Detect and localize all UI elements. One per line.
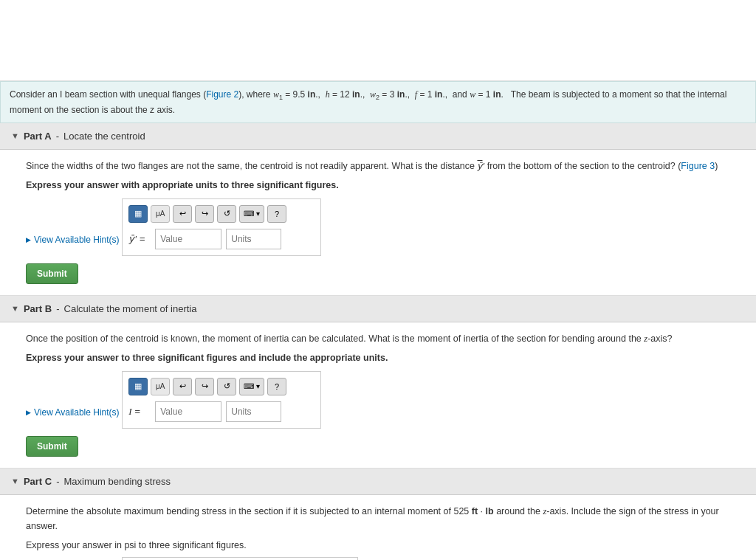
part-c-label: Part C <box>24 476 52 487</box>
part-c-arrow: ▼ <box>11 477 19 485</box>
part-b-refresh-btn[interactable]: ↺ <box>217 378 236 395</box>
part-a-undo-btn[interactable]: ↩ <box>173 205 192 223</box>
part-b-dash: - <box>56 303 59 314</box>
part-a-instruction: Express your answer with appropriate uni… <box>26 178 730 193</box>
part-b-input-label: I = <box>128 406 151 418</box>
part-c-answer-box: ▦ μA ↩ ↪ <box>122 557 358 560</box>
part-b-answer-box: ▦ μA ↩ ↪ ↺ ⌨ ▾ ? <box>122 371 321 429</box>
part-b-redo-btn[interactable]: ↪ <box>195 378 214 395</box>
part-a-hint[interactable]: View Available Hint(s) <box>26 235 120 245</box>
part-c-description: Determine the absolute maximum bending s… <box>26 504 730 533</box>
part-a-input-label: ȳ′ = <box>128 233 151 245</box>
part-b-mu-icon: μA <box>156 382 165 390</box>
refresh-icon: ↺ <box>224 209 230 218</box>
problem-statement: Consider an I beam section with unequal … <box>0 81 756 123</box>
part-b-undo-icon: ↩ <box>179 381 186 391</box>
part-c-content: Determine the absolute maximum bending s… <box>0 495 756 560</box>
part-a-toolbar: ▦ μA ↩ ↪ ↺ ⌨ ▾ ? <box>128 205 315 223</box>
part-b-toolbar: ▦ μA ↩ ↪ ↺ ⌨ ▾ ? <box>128 378 315 395</box>
problem-text: Consider an I beam section with unequal … <box>10 89 726 115</box>
part-b-units-input[interactable] <box>226 401 281 422</box>
part-b-keyboard-icon: ⌨ ▾ <box>244 382 260 390</box>
part-b-block-icon: ▦ <box>134 381 142 391</box>
part-b-section: ▼ Part B - Calculate the moment of inert… <box>0 296 756 469</box>
part-a-title: Locate the centroid <box>63 131 145 142</box>
part-b-block-btn[interactable]: ▦ <box>128 378 148 395</box>
part-b-refresh-icon: ↺ <box>224 381 230 391</box>
help-icon: ? <box>275 210 279 218</box>
keyboard-icon: ⌨ ▾ <box>244 210 260 218</box>
part-b-header[interactable]: ▼ Part B - Calculate the moment of inert… <box>0 296 756 322</box>
figure3-link[interactable]: Figure 3 <box>681 161 715 171</box>
part-a-input-row: ȳ′ = <box>128 229 315 249</box>
part-b-input-row: I = <box>128 401 315 422</box>
part-a-dash: - <box>56 131 59 142</box>
part-b-hint[interactable]: View Available Hint(s) <box>26 407 120 418</box>
part-a-mu-btn[interactable]: μA <box>151 205 170 223</box>
part-b-title: Calculate the moment of inertia <box>64 303 197 314</box>
redo-icon: ↪ <box>202 209 208 218</box>
part-a-content: Since the widths of the two flanges are … <box>0 150 756 295</box>
part-b-help-icon: ? <box>275 382 279 391</box>
figure2-link[interactable]: Figure 2 <box>206 89 238 100</box>
part-c-title: Maximum bending stress <box>64 476 171 487</box>
part-a-units-input[interactable] <box>226 229 281 249</box>
top-banner <box>0 0 756 81</box>
part-a-keyboard-btn[interactable]: ⌨ ▾ <box>239 205 264 223</box>
part-a-section: ▼ Part A - Locate the centroid Since the… <box>0 123 756 296</box>
part-a-arrow: ▼ <box>11 131 19 140</box>
part-a-answer-box: ▦ μA ↩ ↪ ↺ ⌨ ▾ ? <box>122 198 321 256</box>
part-b-content: Once the position of the centroid is kno… <box>0 322 756 468</box>
block-icon: ▦ <box>134 209 142 218</box>
part-c-instruction: Express your answer in psi to three sign… <box>26 538 730 553</box>
part-b-label: Part B <box>24 303 52 314</box>
part-a-block-btn[interactable]: ▦ <box>128 205 148 223</box>
part-b-redo-icon: ↪ <box>202 381 208 391</box>
part-a-label: Part A <box>24 131 52 142</box>
part-c-section: ▼ Part C - Maximum bending stress Determ… <box>0 469 756 560</box>
part-a-help-btn[interactable]: ? <box>267 205 286 223</box>
undo-icon: ↩ <box>179 209 186 218</box>
part-b-submit-btn[interactable]: Submit <box>26 436 78 457</box>
part-c-header[interactable]: ▼ Part C - Maximum bending stress <box>0 469 756 495</box>
part-b-value-input[interactable] <box>155 401 221 422</box>
mu-icon: μA <box>156 210 165 218</box>
part-a-description: Since the widths of the two flanges are … <box>26 159 730 173</box>
part-a-redo-btn[interactable]: ↪ <box>195 205 214 223</box>
part-b-description: Once the position of the centroid is kno… <box>26 331 730 346</box>
part-a-refresh-btn[interactable]: ↺ <box>217 205 236 223</box>
part-b-undo-btn[interactable]: ↩ <box>173 378 192 395</box>
part-c-dash: - <box>56 476 59 487</box>
part-b-keyboard-btn[interactable]: ⌨ ▾ <box>239 378 264 395</box>
part-a-value-input[interactable] <box>155 229 221 249</box>
part-b-help-btn[interactable]: ? <box>267 378 286 395</box>
part-b-mu-btn[interactable]: μA <box>151 378 170 395</box>
part-a-header[interactable]: ▼ Part A - Locate the centroid <box>0 123 756 150</box>
part-b-instruction: Express your answer to three significant… <box>26 350 730 365</box>
part-b-arrow: ▼ <box>11 304 19 313</box>
part-a-submit-btn[interactable]: Submit <box>26 263 78 284</box>
